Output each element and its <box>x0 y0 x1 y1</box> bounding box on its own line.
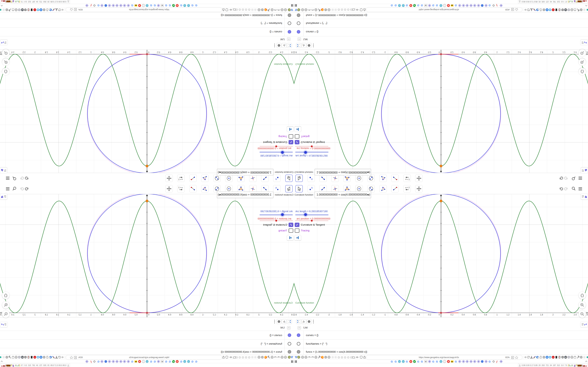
tool-angle-button[interactable]: α <box>201 185 209 192</box>
tool-slider-button[interactable]: a = 2 <box>403 185 411 192</box>
smallc-icon[interactable] <box>337 356 340 359</box>
favicon-info[interactable]: i <box>443 360 446 363</box>
gauge-icon[interactable] <box>308 356 311 359</box>
ud-icon[interactable]: UD <box>21 8 24 11</box>
play-step-button[interactable]: ▶▌ <box>287 235 294 241</box>
trash-icon[interactable] <box>30 8 33 11</box>
favicon-teal[interactable] <box>187 360 190 363</box>
translate-icon[interactable]: A <box>74 356 77 360</box>
favicon-flower[interactable] <box>477 4 480 7</box>
favicon-G[interactable]: G <box>180 4 182 7</box>
favicon-flower[interactable] <box>112 360 115 363</box>
globe-icon[interactable] <box>304 356 307 359</box>
favicon-flower[interactable] <box>157 4 160 7</box>
tealdot-icon[interactable] <box>0 8 2 11</box>
acircle-icon[interactable]: A <box>49 356 52 359</box>
favicon-flower[interactable] <box>473 360 476 363</box>
smallc-icon[interactable] <box>241 356 244 359</box>
play-step-button[interactable]: ▶▌ <box>294 126 301 132</box>
lock-icon[interactable] <box>222 356 225 359</box>
favicon-G[interactable]: G <box>454 4 458 7</box>
favicon-flower[interactable] <box>477 360 480 363</box>
shield-icon[interactable] <box>360 356 363 359</box>
tool-slider-button[interactable]: a = 2 <box>177 175 185 182</box>
favicon-flower[interactable] <box>108 360 111 363</box>
favicon-teal[interactable] <box>183 360 186 363</box>
favicon-teal[interactable] <box>146 360 149 363</box>
zoom-out-button[interactable] <box>2 49 9 57</box>
wrench-icon[interactable] <box>577 8 580 11</box>
reload-icon[interactable] <box>527 356 530 359</box>
gauge-icon[interactable] <box>311 356 314 359</box>
graphics-view[interactable]: Curvature function <box>0 194 294 317</box>
shield3-icon[interactable]: 3 <box>18 356 21 359</box>
favicon-G[interactable]: G <box>390 4 393 7</box>
expand-chevrons-icon[interactable] <box>519 364 521 367</box>
smallc-icon[interactable] <box>344 8 347 11</box>
url-field[interactable]: https://www.geogebra.org/classic/aagcxh3… <box>366 7 522 12</box>
tool-circle-button[interactable] <box>225 185 233 192</box>
smallc-icon[interactable] <box>248 356 251 359</box>
favicon-G[interactable]: G <box>406 360 408 363</box>
smallc-icon[interactable] <box>238 356 241 359</box>
translate-icon[interactable]: A <box>511 356 514 360</box>
undo-button[interactable] <box>559 186 564 192</box>
reload-icon[interactable] <box>58 8 61 11</box>
smallc-icon[interactable] <box>244 356 248 359</box>
tree-view-button[interactable] <box>296 43 301 48</box>
redo-button[interactable] <box>19 175 24 181</box>
url-field[interactable]: https://www.geogebra.org/classic/aagcxh3… <box>366 355 522 360</box>
favicon-G[interactable]: G <box>168 360 171 363</box>
gear-icon[interactable] <box>277 319 281 324</box>
favicon-wave[interactable] <box>172 360 175 363</box>
favicon-W[interactable]: W <box>424 4 427 7</box>
tool-slider-button[interactable]: a = 2 <box>177 185 185 192</box>
oval-icon[interactable] <box>539 8 542 11</box>
firefox-icon[interactable] <box>321 8 324 11</box>
lock-icon[interactable] <box>363 8 366 11</box>
zoom-in-button[interactable] <box>2 58 9 66</box>
translate-icon[interactable]: A <box>74 7 77 11</box>
url-field[interactable]: https://www.geogebra.org/classic/aagcxh3… <box>66 355 222 360</box>
shield3-icon[interactable]: 3 <box>567 356 570 359</box>
ud-icon[interactable]: UD <box>21 356 24 359</box>
bookmarks-overflow-chevron-icon[interactable] <box>585 360 588 363</box>
arc-position-slider-knob[interactable] <box>311 145 313 147</box>
share-icon[interactable] <box>27 356 30 359</box>
visibility-toggle-funcnames[interactable] <box>297 22 300 25</box>
algebra-row-funcnames[interactable]: funcNames = {" "} <box>294 339 588 348</box>
gear-icon[interactable] <box>579 8 583 11</box>
tool-ellipse-button[interactable] <box>213 175 221 182</box>
list-group-row[interactable]: − List <box>294 36 588 42</box>
curvature-tangent-checkbox[interactable]: ✓ <box>295 140 299 144</box>
tool-polygon-button[interactable] <box>237 185 245 192</box>
pause-icon[interactable] <box>291 4 293 7</box>
favicon-blue[interactable] <box>481 4 484 7</box>
list-group-row[interactable]: − List <box>294 325 588 331</box>
globe-icon[interactable] <box>570 8 573 11</box>
home-button[interactable] <box>2 292 9 299</box>
visibility-toggle-curves[interactable] <box>297 334 300 337</box>
collapse-button[interactable]: − <box>297 326 301 330</box>
tree-view-button[interactable] <box>287 43 292 48</box>
favicon-wave[interactable] <box>413 4 416 7</box>
globe-icon[interactable] <box>15 8 18 11</box>
arc-position-slider-knob[interactable] <box>275 220 277 222</box>
gear-icon[interactable] <box>307 43 311 48</box>
favicon-flower[interactable] <box>86 360 88 363</box>
ud-icon[interactable]: UD <box>564 8 567 11</box>
tree-view-button[interactable] <box>296 319 301 324</box>
arc-position-slider-knob[interactable] <box>311 220 313 222</box>
favicon-gearfav[interactable] <box>93 360 96 363</box>
undo-button[interactable] <box>559 175 564 181</box>
tool-circle-button[interactable] <box>225 175 233 182</box>
visibility-toggle-funcs[interactable] <box>297 13 300 17</box>
favicon-YA[interactable]: Я <box>138 360 141 363</box>
graphics-view[interactable]: Curvature function <box>294 194 588 317</box>
algebra-row-curves[interactable]: curves = {} <box>294 331 588 340</box>
favicon-gearfav[interactable] <box>492 4 495 7</box>
favicon-YA[interactable]: Я <box>176 4 179 7</box>
favicon-G[interactable]: G <box>195 360 198 363</box>
globe-icon[interactable] <box>328 356 331 359</box>
favicon-teal[interactable] <box>440 4 442 7</box>
